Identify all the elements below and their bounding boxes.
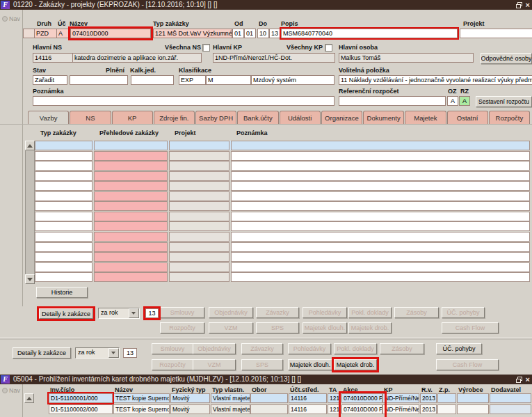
grid1-row-3-cell-3[interactable] [231,171,530,181]
plneni-field[interactable] [70,75,128,85]
referencni-rozpocet-field[interactable] [339,96,446,106]
grid2-row-0-cell-1[interactable]: TEST kopie Superno [113,393,170,403]
grid1-row-0-cell-2[interactable] [169,141,229,150]
grid1-row-6-cell-2[interactable] [169,201,229,211]
oz-field[interactable]: A [447,96,458,106]
grid2-row-1-cell-6[interactable]: 121 [328,404,341,414]
rz-field[interactable]: A [459,96,470,106]
grid1-row-0-cell-0[interactable] [35,141,92,150]
od-field-1[interactable]: 01 [232,29,244,38]
grid2-row-1-cell-2[interactable]: Movitý [170,404,210,414]
grid1-row-6-cell-1[interactable] [94,201,168,211]
grid1-row-1-cell-2[interactable] [169,151,229,161]
grid1-row-7-cell-2[interactable] [169,212,229,221]
tab-bank-ty[interactable]: Bank.účty [237,111,278,124]
grid1-row-12-cell-3[interactable] [231,262,530,272]
sestaveni-rozpoctu-button[interactable]: Sestavení rozpočtu [476,96,532,107]
restore-icon[interactable] [516,377,522,383]
grid1-row-0-cell-1[interactable] [94,141,168,150]
grid2-row-1-cell-8[interactable]: ND-Přímé/Ne [382,404,419,414]
grid1-row-5-cell-0[interactable] [35,191,92,201]
grid2-row-0-cell-0[interactable]: D1-51100001/000 [49,393,113,403]
grid1-row-11-cell-1[interactable] [94,252,168,262]
grid2-row-0-cell-7[interactable]: 074010D000 P [341,393,382,403]
tab-ns[interactable]: NS [70,111,111,124]
grid2-row-1-cell-12[interactable] [490,404,531,414]
grid1-row-1-cell-1[interactable] [94,151,168,161]
kalk-jed-field[interactable] [131,75,174,85]
grid1-row-9-cell-2[interactable] [169,232,229,242]
vsechna-ns-checkbox[interactable] [202,44,210,52]
tab-vazby[interactable]: Vazby [28,111,69,124]
grid1-row-7-cell-0[interactable] [35,212,92,221]
grid1-row-4-cell-0[interactable] [35,181,92,191]
uc-field[interactable]: A [56,29,69,38]
grid1-row-8-cell-3[interactable] [231,221,530,231]
projekt-field[interactable] [460,29,532,38]
window1-nav[interactable]: Nav [2,15,20,22]
grid1-row-1-cell-0[interactable] [35,151,92,161]
grid2-scroll-up[interactable] [24,393,34,403]
grid2-row-1-cell-3[interactable]: Vlastní majete [211,404,250,414]
klasifikace-code-field[interactable]: EXP [179,75,206,85]
grid2-row-0-cell-5[interactable]: 14116 [289,393,327,403]
grid1-row-8-cell-1[interactable] [94,221,168,231]
od-field-2[interactable]: 01 [244,29,256,38]
grid1-row-7-cell-3[interactable] [231,212,530,221]
grid2-row-1-cell-7[interactable]: 074010D000 P [341,404,382,414]
grid1-row-2-cell-1[interactable] [94,161,168,171]
vsechny-kp-checkbox[interactable] [325,44,332,52]
grid1-row-0-cell-3[interactable] [231,141,530,150]
tab-sazby-dph[interactable]: Sazby DPH [195,111,236,124]
grid1-row-11-cell-2[interactable] [169,252,229,262]
grid2-row-0-cell-12[interactable] [490,393,531,403]
grid1-row-3-cell-0[interactable] [35,171,92,181]
grid1-row-6-cell-0[interactable] [35,201,92,211]
grid1-row-7-cell-1[interactable] [94,212,168,221]
tab-organizace[interactable]: Organizace [321,111,362,124]
grid2-row-1-cell-11[interactable] [457,404,489,414]
grid1-row-12-cell-2[interactable] [169,262,229,272]
grid1-row-1-cell-3[interactable] [231,151,530,161]
tab-ud-losti[interactable]: Události [280,111,321,124]
count-field-1[interactable]: 13 [145,308,159,318]
restore-icon[interactable] [516,2,522,8]
tab-dokumenty[interactable]: Dokumenty [363,111,404,124]
tab-majetek[interactable]: Majetek [405,111,446,124]
grid2-row-0-cell-6[interactable]: 121 [328,393,341,403]
chevron-down-icon[interactable] [129,308,139,318]
grid1-row-4-cell-1[interactable] [94,181,168,191]
grid2-row-1-cell-0[interactable]: D1-51100002/000 [49,404,113,414]
tab-rozpo-ty[interactable]: Rozpočty [489,111,530,124]
typ-zakazky-field[interactable]: 121 MŠ Dot.VaV Výzkumné [153,29,232,38]
grid2-row-0-cell-3[interactable]: Vlastní majete [211,393,250,403]
grid1-row-12-cell-0[interactable] [35,262,92,272]
grid1-row-5-cell-3[interactable] [231,191,530,201]
panel2-button-majetek-dlouh[interactable]: Majetek dlouh. [288,359,332,370]
grid2-row-1-cell-9[interactable]: 2013 [420,404,437,414]
hlavni-kp-field[interactable]: 1ND-Přímé/Nerozl./HČ-Dot. [213,53,335,63]
period-select-1[interactable]: za rok [98,308,140,319]
period-select-2[interactable]: za rok [75,347,120,359]
panel2-button-pohyby[interactable]: ÚČ. pohyby [436,343,482,354]
grid2-row-1-cell-5[interactable]: 14116 [289,404,327,414]
grid1-row-12-cell-1[interactable] [94,262,168,272]
hlavni-osoba-field[interactable]: Malkus Tomáš [339,53,474,63]
grid1-scrollbar[interactable] [25,141,35,284]
grid1-row-11-cell-0[interactable] [35,252,92,262]
druh-field[interactable]: PZD [34,29,57,38]
grid1-row-10-cell-3[interactable] [231,242,530,252]
poznamka-field[interactable] [33,96,334,106]
grid2-row-1-cell-1[interactable]: TEST kopie Superno [113,404,170,414]
grid1-row-8-cell-2[interactable] [169,221,229,231]
grid1-row-4-cell-3[interactable] [231,181,530,191]
grid2-row-1-cell-4[interactable] [250,404,288,414]
grid1-row-13-cell-2[interactable] [169,272,229,282]
close-icon[interactable]: × [526,1,530,8]
odpovedne-osoby-button[interactable]: Odpovědné osoby [481,53,532,64]
historie-button[interactable]: Historie [36,287,88,298]
grid1-row-5-cell-1[interactable] [94,191,168,201]
grid2-row-0-cell-9[interactable]: 2013 [420,393,437,403]
grid1-row-6-cell-3[interactable] [231,201,530,211]
grid1-row-2-cell-3[interactable] [231,161,530,171]
